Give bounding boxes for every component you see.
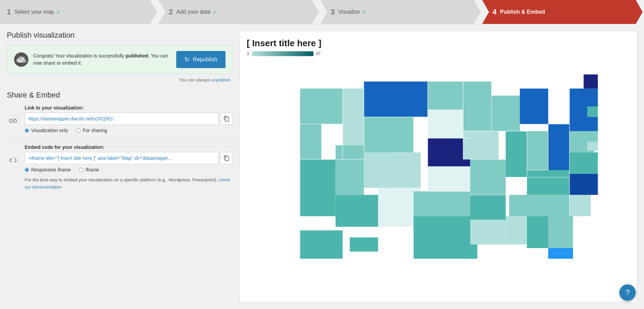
step-2-check: ✓ [212,9,217,15]
state-id [343,89,364,145]
viz-only-label: Visualization only [31,128,68,133]
state-wy [364,117,414,153]
state-il [506,131,527,177]
left-panel: Publish visualization Congrats! Your vis… [7,31,233,302]
link-label-text: Link to your visualization: [25,105,84,111]
state-ia [463,131,499,159]
state-ak [300,230,343,259]
step-1-number: 1 [7,8,11,16]
responsive-iframe-radio[interactable] [25,168,29,172]
state-nc [569,173,598,195]
state-ne-region [584,74,598,88]
viz-only-radio[interactable] [25,128,29,133]
step-2[interactable]: 2 Add your data ✓ [158,0,319,24]
step-2-label: Add your data [176,9,210,15]
state-ms [506,216,527,245]
step-3-number: 3 [331,8,335,16]
step-4-label: Publish & Embed [500,9,545,15]
divider [7,139,233,139]
step-1[interactable]: 1 Select your map ✓ [0,0,157,24]
banner-text-bold: published [126,53,148,59]
copy-embed-button[interactable] [220,152,233,164]
state-nv [336,145,364,195]
copy-link-button[interactable] [220,113,233,125]
state-nd [428,81,463,110]
state-sd [428,110,463,138]
link-url-input[interactable] [25,113,218,125]
state-al [527,216,548,248]
legend-bar [252,51,313,56]
footer-text: For the best way to embed your visualiza… [25,177,233,191]
map-preview-panel: [ Insert title here ] 3 97 [240,31,637,302]
step-3-check: ✓ [362,9,366,15]
embed-block: Embed code for your visualization: Respo… [7,144,233,191]
state-fl [520,248,573,259]
embed-radio-row: Responsive iframe Iframe [25,167,233,172]
refresh-icon: ↻ [184,56,190,63]
iframe-radio[interactable] [79,168,83,172]
unpublish-prefix: You can always [179,77,211,82]
state-wa [300,89,343,124]
state-nj [587,106,598,117]
state-or [300,124,321,159]
embed-label: Embed code for your visualization: [25,144,233,150]
map-legend: 3 97 [247,51,630,56]
for-sharing-label: For sharing [83,128,107,133]
banner-text: Congrats! Your visualization is successf… [33,52,176,67]
code-icon [7,154,19,166]
state-co [378,152,421,188]
responsive-iframe-label: Responsive iframe [31,167,71,172]
state-ok [414,191,471,216]
link-right: Link to your visualization: Visualizatio… [25,105,233,133]
publish-section-title: Publish visualization [7,31,233,40]
iframe-label: Iframe [86,167,99,172]
embed-code-input[interactable] [25,152,218,164]
help-button[interactable]: ? [619,284,636,301]
main-content: Publish visualization Congrats! Your vis… [0,24,644,309]
help-icon: ? [626,288,630,297]
link-icon [7,115,19,127]
state-az [336,195,378,227]
link-label: Link to your visualization: [25,105,233,111]
unpublish-link[interactable]: unpublish. [211,77,231,82]
state-va [569,152,598,173]
state-ct [587,96,598,106]
state-sc [569,195,591,216]
state-de [587,142,598,151]
step-1-label: Select your map [14,9,54,15]
legend-max: 97 [316,51,321,56]
banner-text-prefix: Congrats! Your visualization is successf… [33,53,126,59]
responsive-iframe-radio-label[interactable]: Responsive iframe [25,167,71,172]
state-tx [414,216,477,259]
republish-button[interactable]: ↻ Republish [176,51,226,68]
link-radio-row: Visualization only For sharing [25,128,233,133]
state-oh [548,124,569,170]
state-md [587,131,598,142]
for-sharing-radio-label[interactable]: For sharing [76,128,107,133]
state-mo [470,159,506,195]
state-mi [520,89,548,124]
map-container [247,60,630,259]
footer-text-prefix: For the best way to embed your visualiza… [25,177,219,182]
step-2-number: 2 [169,8,173,16]
state-ca [300,159,336,216]
for-sharing-radio[interactable] [76,128,81,133]
state-mt [364,81,428,117]
state-ks [428,167,470,192]
embed-label-text: Embed code for your visualization: [25,144,104,150]
link-input-row [25,113,233,125]
iframe-radio-label[interactable]: Iframe [79,167,99,172]
step-4[interactable]: 4 Publish & Embed [482,0,643,24]
state-wi [491,96,520,131]
link-block: Link to your visualization: Visualizatio… [7,105,233,133]
step-4-number: 4 [492,8,497,16]
step-3[interactable]: 3 Visualize ✓ [320,0,481,24]
republish-label: Republish [193,56,217,63]
banner-left: Congrats! Your visualization is successf… [14,52,176,67]
unpublish-line: You can always unpublish. [7,77,233,82]
state-mn [463,81,492,131]
viz-only-radio-label[interactable]: Visualization only [25,128,68,133]
us-map-svg [247,60,630,259]
state-la [470,220,506,245]
legend-min: 3 [247,51,249,56]
